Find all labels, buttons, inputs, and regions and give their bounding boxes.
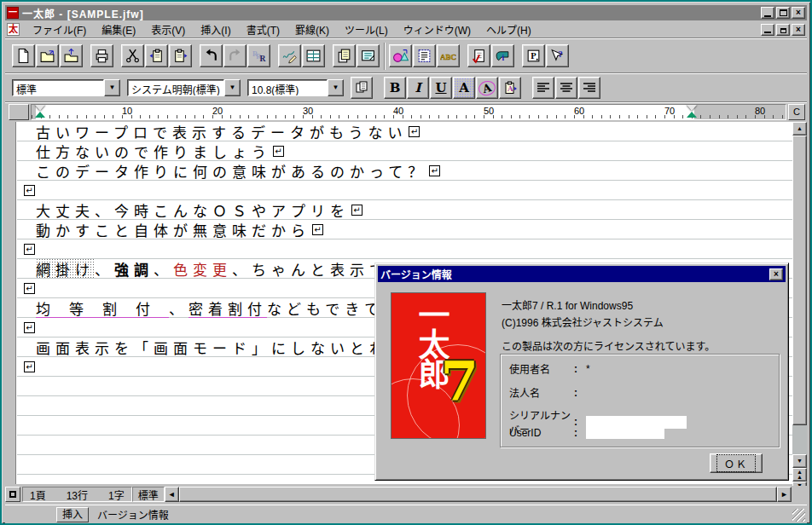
scroll-right-button[interactable]: ► bbox=[777, 487, 792, 502]
font-dropdown-button[interactable]: ▼ bbox=[224, 79, 241, 96]
menu-edit[interactable]: 編集(E) bbox=[94, 20, 143, 38]
spell-check-button[interactable]: ABC bbox=[437, 44, 460, 67]
horizontal-scroll-thumb[interactable] bbox=[179, 487, 777, 502]
memo-button[interactable] bbox=[357, 44, 380, 67]
open-file-button[interactable] bbox=[36, 44, 59, 67]
redo-button[interactable] bbox=[223, 44, 246, 67]
scroll-left-button[interactable]: ◄ bbox=[165, 487, 179, 502]
align-center-icon bbox=[559, 80, 574, 95]
return-mark-icon: ↵ bbox=[273, 146, 284, 157]
draw-line-button[interactable] bbox=[278, 44, 301, 67]
insert-object-icon bbox=[392, 48, 409, 64]
info-tool-button[interactable]: i bbox=[491, 44, 514, 67]
context-help-button[interactable]: ? bbox=[546, 44, 569, 67]
scroll-up-button[interactable]: ▲ bbox=[792, 122, 807, 136]
doc-line-7[interactable]: ↵ bbox=[17, 239, 792, 259]
shading-button[interactable]: A bbox=[453, 77, 475, 99]
undo-button[interactable] bbox=[200, 44, 223, 67]
decoration-button[interactable]: A bbox=[476, 77, 498, 99]
italic-button[interactable]: I bbox=[407, 77, 429, 99]
menu-file[interactable]: ファイル(F) bbox=[25, 20, 94, 38]
size-combo[interactable]: 10.8(標準) ▼ bbox=[247, 79, 344, 96]
document-check-button[interactable] bbox=[467, 44, 490, 67]
svg-text:A: A bbox=[508, 84, 513, 93]
app-icon[interactable]: 一 bbox=[7, 7, 19, 19]
font-combo[interactable]: システム明朝(標準) ▼ bbox=[127, 79, 241, 96]
mdi-close-button[interactable]: × bbox=[792, 24, 805, 36]
menu-insert[interactable]: 挿入(I) bbox=[193, 20, 238, 38]
return-mark-icon: ↵ bbox=[429, 165, 440, 176]
style-indicator-label: 標準 bbox=[138, 488, 159, 502]
menu-format[interactable]: 書式(T) bbox=[239, 20, 287, 38]
doc-line-1[interactable]: 古いワープロで表示するデータがもうない↵ bbox=[17, 122, 792, 141]
document-icon[interactable]: 太 bbox=[7, 23, 20, 36]
position-panel: 1頁 13行 1字 bbox=[22, 487, 132, 502]
align-left-button[interactable] bbox=[532, 77, 554, 99]
menu-view[interactable]: 表示(V) bbox=[143, 20, 193, 38]
mdi-minimize-button[interactable] bbox=[761, 24, 774, 36]
minimize-icon bbox=[764, 15, 771, 17]
doc-line-6[interactable]: 動かすこと自体が無意味だから↵ bbox=[17, 220, 792, 239]
menu-help[interactable]: ヘルプ(H) bbox=[478, 20, 539, 38]
svg-text:R: R bbox=[260, 55, 266, 63]
align-center-button[interactable] bbox=[555, 77, 577, 99]
properties-button[interactable]: P bbox=[522, 44, 545, 67]
menu-ruled-line[interactable]: 罫線(K) bbox=[287, 20, 337, 38]
maximize-button[interactable] bbox=[776, 7, 790, 19]
dialog-close-button[interactable]: × bbox=[769, 268, 783, 280]
align-right-button[interactable] bbox=[578, 77, 600, 99]
doc-line-4[interactable]: ↵ bbox=[17, 181, 792, 200]
new-document-button[interactable] bbox=[12, 44, 35, 67]
underline-button[interactable]: U bbox=[430, 77, 452, 99]
horizontal-scrollbar[interactable] bbox=[179, 487, 777, 502]
size-dropdown-button[interactable]: ▼ bbox=[328, 79, 344, 96]
cut-button[interactable] bbox=[121, 44, 144, 67]
toolbar-divider bbox=[384, 43, 386, 70]
repeat-icon: RRR bbox=[251, 48, 267, 64]
view-mode-button[interactable] bbox=[5, 487, 20, 502]
mdi-restore-button[interactable] bbox=[776, 24, 790, 36]
copy-format-button[interactable] bbox=[351, 77, 373, 99]
doc-line-3[interactable]: このデータ作りに何の意味があるのかって？↵ bbox=[17, 161, 792, 181]
save-file-button[interactable] bbox=[60, 44, 83, 67]
align-right-icon bbox=[582, 80, 597, 95]
scroll-down-button[interactable]: ▼ bbox=[792, 454, 807, 468]
ruler-c-button[interactable]: C bbox=[788, 104, 805, 120]
menu-window[interactable]: ウィンドウ(W) bbox=[396, 20, 478, 38]
doc-line-5[interactable]: 大丈夫、今時こんなＯＳやアプリを↵ bbox=[17, 200, 792, 220]
vertical-scrollbar[interactable]: ▲ ▼ ▲▲ ▼▼ bbox=[792, 122, 807, 502]
style-combo[interactable]: 標準 ▼ bbox=[12, 79, 120, 96]
ruler-mark-40: 40 bbox=[393, 106, 403, 116]
resize-grip[interactable] bbox=[792, 509, 805, 522]
minimize-button[interactable] bbox=[761, 7, 774, 19]
red-text: 色変更 bbox=[173, 258, 232, 280]
style-dropdown-button[interactable]: ▼ bbox=[104, 79, 120, 96]
table-button[interactable] bbox=[302, 44, 325, 67]
ruler[interactable]: 10 20 30 40 50 60 70 80 bbox=[31, 104, 786, 120]
input-mode-box[interactable]: 挿入 bbox=[56, 507, 89, 522]
paste-button[interactable] bbox=[169, 44, 192, 67]
doc-line-2[interactable]: 仕方ないので作りましょう↵ bbox=[17, 141, 792, 161]
vertical-scroll-thumb[interactable] bbox=[792, 136, 807, 425]
return-mark-icon: ↵ bbox=[24, 283, 35, 294]
repeat-button[interactable]: RRR bbox=[247, 44, 270, 67]
bold-button[interactable]: B bbox=[384, 77, 406, 99]
size-value[interactable]: 10.8(標準) bbox=[247, 79, 328, 96]
license-note: この製品は次の方にライセンスされています。 bbox=[502, 338, 715, 353]
insert-object-button[interactable] bbox=[389, 44, 412, 67]
page-up-button[interactable]: ▲▲ bbox=[792, 468, 807, 482]
print-button[interactable] bbox=[90, 44, 113, 67]
style-value[interactable]: 標準 bbox=[12, 79, 104, 96]
ok-button[interactable]: ＯＫ bbox=[710, 453, 763, 473]
ruler-corner-box[interactable] bbox=[9, 104, 29, 120]
document-pages-button[interactable] bbox=[333, 44, 356, 67]
font-value[interactable]: システム明朝(標準) bbox=[127, 79, 224, 96]
copy-button[interactable] bbox=[145, 44, 168, 67]
text-frame-button[interactable] bbox=[413, 44, 436, 67]
ruler-mark-70: 70 bbox=[664, 106, 675, 116]
dialog-title-bar[interactable]: バージョン情報 × bbox=[378, 266, 786, 282]
close-button[interactable]: × bbox=[792, 7, 805, 19]
char-style-paste-button[interactable]: A bbox=[499, 77, 521, 99]
menu-bar: 太 ファイル(F) 編集(E) 表示(V) 挿入(I) 書式(T) 罫線(K) … bbox=[5, 21, 807, 38]
menu-tools[interactable]: ツール(L) bbox=[337, 20, 396, 38]
